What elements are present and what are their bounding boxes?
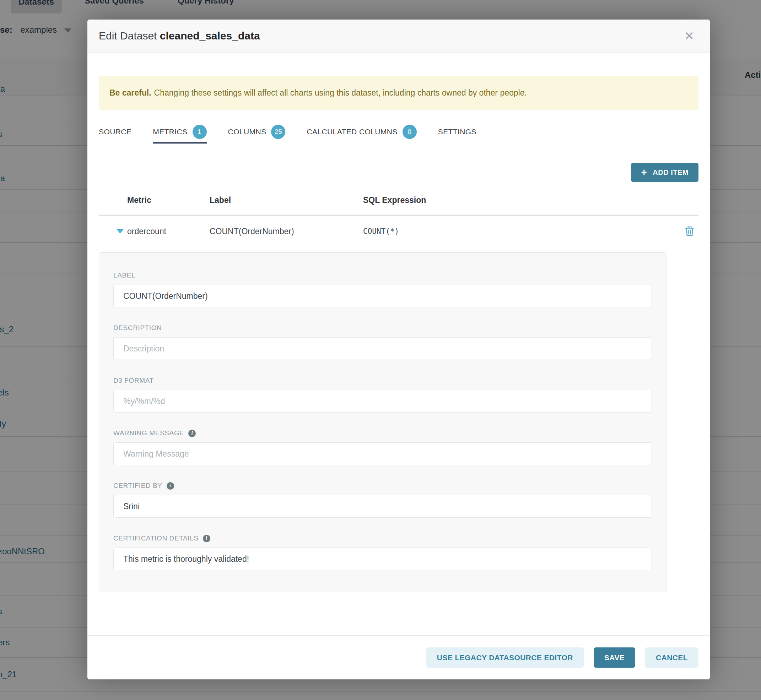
label-column-header: Label [209, 195, 363, 205]
tab-source[interactable]: SOURCE [99, 121, 131, 143]
tab-source-label: SOURCE [99, 128, 131, 136]
add-item-button[interactable]: + ADD ITEM [631, 163, 698, 182]
info-icon: i [188, 430, 196, 437]
tab-calculated-columns-label: CALCULATED COLUMNS [306, 128, 397, 136]
tab-metrics-label: METRICS [153, 128, 187, 136]
description-field-caption: DESCRIPTION [113, 324, 652, 332]
cancel-button[interactable]: CANCEL [645, 647, 698, 668]
modal-title: Edit Dataset cleaned_sales_data [99, 30, 260, 42]
modal-footer: USE LEGACY DATASOURCE EDITOR SAVE CANCEL [88, 635, 710, 680]
use-legacy-datasource-editor-button[interactable]: USE LEGACY DATASOURCE EDITOR [426, 647, 584, 668]
tab-settings-label: SETTINGS [438, 128, 477, 136]
certified-by-input[interactable] [113, 495, 652, 518]
close-icon[interactable]: ✕ [684, 30, 695, 42]
modal-body: Be careful. Changing these settings will… [88, 76, 710, 592]
add-item-label: ADD ITEM [653, 169, 689, 177]
d3-format-field-caption: D3 FORMAT [113, 376, 652, 385]
add-item-row: + ADD ITEM [99, 163, 698, 182]
calculated-columns-count-badge: 0 [403, 125, 417, 139]
screen: Datasets Saved Queries Query History se:… [0, 0, 761, 700]
tab-settings[interactable]: SETTINGS [438, 121, 477, 143]
warning-message-field-caption: WARNING MESSAGE [113, 429, 184, 437]
metric-name: ordercount [127, 227, 209, 236]
plus-icon: + [641, 167, 647, 177]
tab-bar: SOURCE METRICS 1 COLUMNS 25 CALCULATED C… [99, 121, 698, 143]
metric-sql-expression: COUNT(*) [363, 227, 681, 236]
save-button[interactable]: SAVE [594, 647, 635, 668]
field-warning-message: WARNING MESSAGE i [113, 429, 652, 465]
tab-metrics[interactable]: METRICS 1 [153, 121, 206, 143]
metric-column-header: Metric [127, 195, 209, 205]
label-input[interactable] [113, 284, 652, 307]
description-input[interactable] [113, 337, 652, 360]
metric-label: COUNT(OrderNumber) [209, 227, 363, 236]
dataset-name: cleaned_sales_data [160, 30, 260, 42]
metrics-count-badge: 1 [192, 125, 207, 139]
certification-details-field-caption: CERTIFICATION DETAILS [113, 534, 198, 542]
edit-dataset-modal: Edit Dataset cleaned_sales_data ✕ Be car… [88, 20, 710, 680]
field-label: LABEL [113, 271, 652, 307]
columns-count-badge: 25 [271, 125, 285, 139]
info-icon: i [167, 482, 174, 490]
field-certification-details: CERTIFICATION DETAILS i [113, 534, 652, 570]
modal-header: Edit Dataset cleaned_sales_data ✕ [88, 20, 710, 53]
field-d3-format: D3 FORMAT [113, 376, 652, 412]
warning-banner-text: Changing these settings will affect all … [154, 88, 527, 98]
metrics-table-header: Metric Label SQL Expression [99, 192, 698, 208]
field-description: DESCRIPTION [113, 324, 652, 360]
tab-columns-label: COLUMNS [228, 128, 266, 136]
warning-banner-bold: Be careful. [109, 88, 152, 98]
expand-caret-icon[interactable] [117, 229, 123, 233]
tab-columns[interactable]: COLUMNS 25 [228, 121, 286, 143]
certification-details-input[interactable] [113, 548, 652, 570]
warning-banner: Be careful. Changing these settings will… [99, 76, 698, 110]
certified-by-field-caption: CERTIFIED BY [113, 482, 163, 490]
tab-calculated-columns[interactable]: CALCULATED COLUMNS 0 [306, 121, 416, 143]
sql-expression-column-header: SQL Expression [363, 195, 681, 205]
trash-icon [684, 226, 695, 237]
metric-row: ordercount COUNT(OrderNumber) COUNT(*) [99, 216, 698, 247]
modal-title-prefix: Edit Dataset [99, 30, 160, 42]
delete-metric-button[interactable] [684, 226, 695, 237]
field-certified-by: CERTIFIED BY i [113, 481, 652, 518]
metric-detail-panel: LABEL DESCRIPTION D3 FORMAT WARNING MESS… [99, 252, 667, 592]
d3-format-input[interactable] [113, 390, 652, 412]
label-field-caption: LABEL [113, 271, 652, 280]
info-icon: i [203, 535, 210, 542]
warning-message-input[interactable] [113, 442, 652, 465]
